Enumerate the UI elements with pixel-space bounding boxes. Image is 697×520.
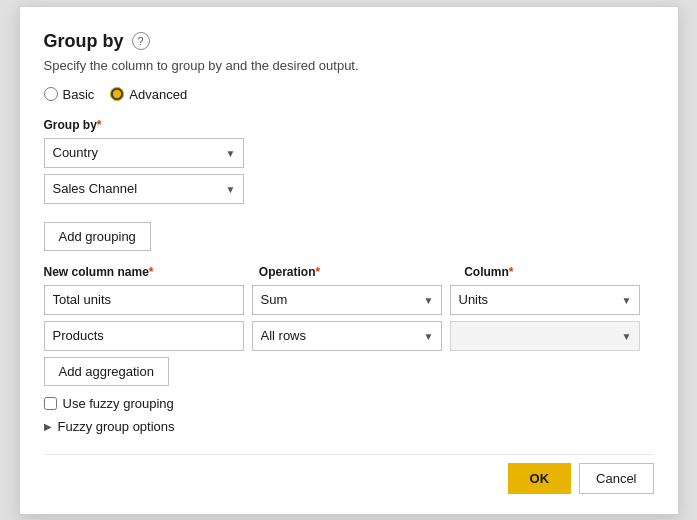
- radio-advanced-input[interactable]: [110, 87, 124, 101]
- column-select-2[interactable]: [450, 321, 640, 351]
- aggregation-row-2: Sum Average Median Min Max Count Count D…: [44, 321, 654, 351]
- cancel-button[interactable]: Cancel: [579, 463, 653, 494]
- operation-select-wrapper-1[interactable]: Sum Average Median Min Max Count Count D…: [252, 285, 442, 315]
- radio-advanced-label: Advanced: [129, 87, 187, 102]
- radio-basic-label: Basic: [63, 87, 95, 102]
- group-by-dialog: Group by ? Specify the column to group b…: [19, 6, 679, 515]
- radio-basic-input[interactable]: [44, 87, 58, 101]
- required-star-col: *: [149, 265, 154, 279]
- groupby-dropdown-2[interactable]: Country Sales Channel ▼: [44, 174, 244, 204]
- chevron-right-icon: ▶: [44, 421, 52, 432]
- operation-select-2[interactable]: Sum Average Median Min Max Count Count D…: [252, 321, 442, 351]
- fuzzy-grouping-row: Use fuzzy grouping: [44, 396, 654, 411]
- groupby-select-1[interactable]: Country Sales Channel: [44, 138, 244, 168]
- aggregation-header: New column name* Operation* Column*: [44, 265, 654, 279]
- fuzzy-grouping-label: Use fuzzy grouping: [63, 396, 174, 411]
- group-by-section: Group by* Country Sales Channel ▼ Countr…: [44, 118, 654, 210]
- groupby-dropdown-1[interactable]: Country Sales Channel ▼: [44, 138, 244, 168]
- column-select-1[interactable]: Units Sales Amount Products: [450, 285, 640, 315]
- required-star: *: [97, 118, 102, 132]
- help-icon[interactable]: ?: [132, 32, 150, 50]
- radio-advanced[interactable]: Advanced: [110, 87, 187, 102]
- required-star-col2: *: [509, 265, 514, 279]
- fuzzy-group-options-label: Fuzzy group options: [58, 419, 175, 434]
- column-header: Column*: [464, 265, 653, 279]
- fuzzy-group-options-row[interactable]: ▶ Fuzzy group options: [44, 419, 654, 434]
- operation-select-1[interactable]: Sum Average Median Min Max Count Count D…: [252, 285, 442, 315]
- dialog-footer: OK Cancel: [44, 454, 654, 494]
- new-column-name-input-1[interactable]: [44, 285, 244, 315]
- mode-radio-group: Basic Advanced: [44, 87, 654, 102]
- add-aggregation-button[interactable]: Add aggregation: [44, 357, 169, 386]
- groupby-select-2[interactable]: Country Sales Channel: [44, 174, 244, 204]
- required-star-op: *: [315, 265, 320, 279]
- group-by-label: Group by*: [44, 118, 654, 132]
- operation-select-wrapper-2[interactable]: Sum Average Median Min Max Count Count D…: [252, 321, 442, 351]
- new-column-name-input-2[interactable]: [44, 321, 244, 351]
- column-select-wrapper-2[interactable]: ▼: [450, 321, 640, 351]
- add-grouping-button[interactable]: Add grouping: [44, 222, 151, 251]
- dialog-title: Group by: [44, 31, 124, 52]
- fuzzy-grouping-checkbox[interactable]: [44, 397, 57, 410]
- ok-button[interactable]: OK: [508, 463, 572, 494]
- column-select-wrapper-1[interactable]: Units Sales Amount Products ▼: [450, 285, 640, 315]
- new-column-name-header: New column name*: [44, 265, 243, 279]
- radio-basic[interactable]: Basic: [44, 87, 95, 102]
- operation-header: Operation*: [259, 265, 448, 279]
- dialog-subtitle: Specify the column to group by and the d…: [44, 58, 654, 73]
- aggregation-row-1: Sum Average Median Min Max Count Count D…: [44, 285, 654, 315]
